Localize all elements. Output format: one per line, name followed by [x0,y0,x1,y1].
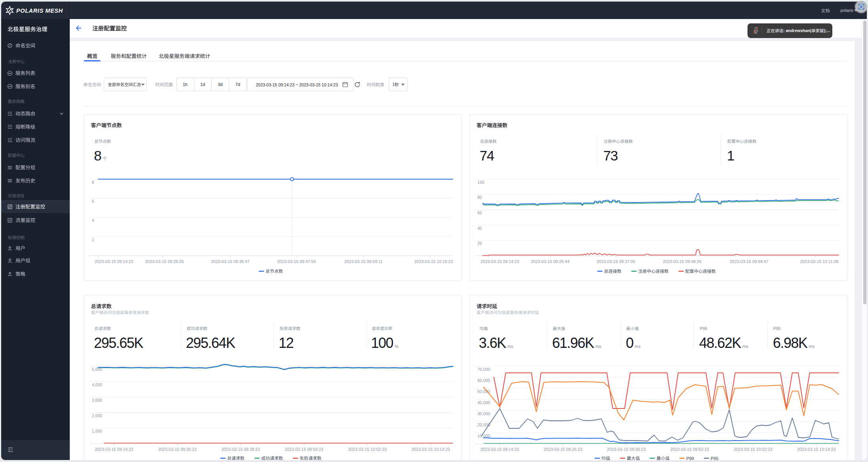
svg-text:2023-03-15 09:25:44: 2023-03-15 09:25:44 [531,259,570,264]
svg-text:2023-03-15 09:36:47: 2023-03-15 09:36:47 [211,259,250,264]
svg-text:2023-03-15 09:26:23: 2023-03-15 09:26:23 [544,447,583,452]
svg-text:2023-03-15 10:10:23: 2023-03-15 10:10:23 [414,259,453,264]
svg-text:4,000: 4,000 [92,382,102,387]
svg-text:70,000: 70,000 [478,367,490,372]
svg-text:20: 20 [478,241,482,246]
svg-text:2023-03-15 09:26:23: 2023-03-15 09:26:23 [158,447,197,452]
svg-text:2: 2 [92,237,94,242]
svg-text:30,000: 30,000 [478,411,490,416]
svg-text:);...: );... [824,28,830,33]
svg-text:2023-03-15 09:59:47: 2023-03-15 09:59:47 [730,259,769,264]
svg-text:2023-03-15 09:25:35: 2023-03-15 09:25:35 [145,259,184,264]
svg-text:2023-03-15 09:14:23: 2023-03-15 09:14:23 [95,259,134,264]
svg-text:4: 4 [92,218,94,223]
svg-text:2023-03-15 10:02:23: 2023-03-15 10:02:23 [348,447,387,452]
svg-text:1,000: 1,000 [92,429,102,433]
svg-text:100: 100 [478,180,485,185]
svg-text:: andrewshan(: : andrewshan( [783,28,812,33]
svg-text:2023-03-15 09:50:23: 2023-03-15 09:50:23 [670,447,709,452]
svg-text:2023-03-15 09:59:11: 2023-03-15 09:59:11 [344,259,383,264]
svg-text:2023-03-15 09:38:23: 2023-03-15 09:38:23 [607,447,646,452]
svg-text:2023-03-15 09:47:59: 2023-03-15 09:47:59 [277,259,316,264]
svg-text:80: 80 [478,195,482,200]
svg-text:P95: P95 [711,456,719,460]
svg-text:2023-03-15 09:14:23: 2023-03-15 09:14:23 [95,447,134,452]
svg-text:P99: P99 [686,456,694,460]
svg-text:40: 40 [478,226,482,231]
svg-text:10,000: 10,000 [478,433,490,438]
svg-text:P95: P95 [773,326,781,331]
svg-text:40,000: 40,000 [478,400,490,405]
svg-text:1: 1 [392,82,395,87]
svg-text:2023-03-15 10:14:23: 2023-03-15 10:14:23 [797,447,836,452]
svg-text:2023-03-15 09:14:23: 2023-03-15 09:14:23 [480,447,519,452]
svg-text:2023-03-15 10:14:23: 2023-03-15 10:14:23 [411,447,450,452]
svg-text:2023-03-15 09:37:05: 2023-03-15 09:37:05 [597,259,635,264]
svg-text:6: 6 [92,199,94,204]
svg-text:2023-03-15 09:48:26: 2023-03-15 09:48:26 [663,259,702,264]
svg-text:8: 8 [92,180,94,185]
svg-text:2023-03-15 09:14:23: 2023-03-15 09:14:23 [480,259,519,264]
svg-text:2023-03-15 10:11:08: 2023-03-15 10:11:08 [800,259,839,264]
svg-text:3,000: 3,000 [92,398,102,403]
svg-text:60,000: 60,000 [478,378,490,383]
svg-text:2023-03-15 10:02:23: 2023-03-15 10:02:23 [734,447,772,452]
svg-text:60: 60 [478,210,482,215]
svg-text:P99: P99 [700,326,707,331]
svg-text:2,000: 2,000 [92,413,102,418]
svg-text:2023-03-15 09:50:23: 2023-03-15 09:50:23 [285,447,323,452]
svg-text:2023-03-15 09:38:23: 2023-03-15 09:38:23 [222,447,260,452]
